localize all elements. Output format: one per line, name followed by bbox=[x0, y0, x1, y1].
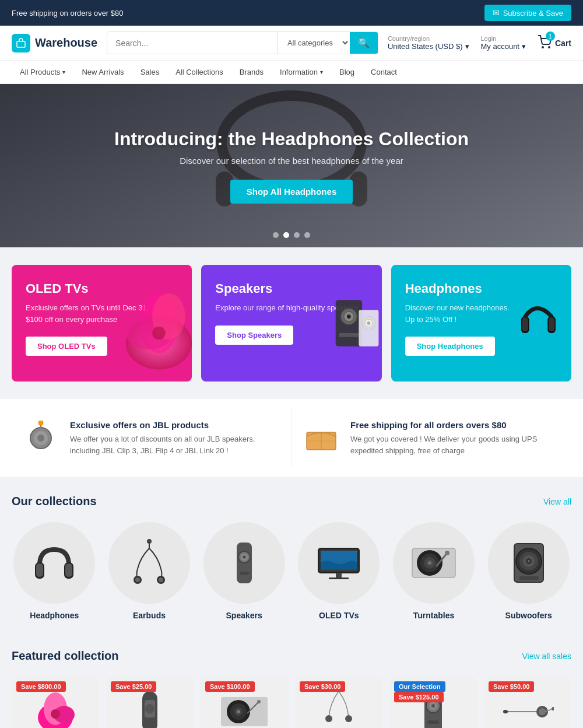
main-nav: All Products ▾ New Arrivals Sales All Co… bbox=[0, 61, 583, 84]
svg-point-11 bbox=[152, 327, 166, 340]
svg-rect-23 bbox=[522, 317, 528, 331]
search-category-select[interactable]: All categories bbox=[278, 32, 350, 54]
hero-cta-button[interactable]: Shop All Headphones bbox=[230, 180, 353, 204]
chevron-down-icon: ▾ bbox=[465, 42, 469, 51]
chevron-down-icon: ▾ bbox=[62, 69, 65, 75]
nav-item-sales[interactable]: Sales bbox=[132, 61, 168, 83]
product-badge-2: Save $25.00 bbox=[111, 681, 156, 692]
hero-content: Introducing: the Headphones Collection D… bbox=[114, 128, 469, 204]
promo-card-oled: OLED TVs Exclusive offers on TVs until D… bbox=[12, 265, 192, 382]
hero-title: Introducing: the Headphones Collection bbox=[114, 128, 469, 150]
svg-point-74 bbox=[145, 704, 154, 713]
product-card-2[interactable]: Save $25.00 bbox=[106, 677, 194, 728]
search-button[interactable]: 🔍 bbox=[350, 32, 378, 54]
hero-dot-4[interactable] bbox=[304, 232, 310, 238]
svg-point-93 bbox=[539, 708, 546, 715]
promo-speakers-button[interactable]: Shop Speakers bbox=[215, 326, 293, 345]
nav-item-new-arrivals[interactable]: New Arrivals bbox=[73, 61, 132, 83]
chevron-down-icon: ▾ bbox=[522, 42, 526, 51]
hero-banner: Introducing: the Headphones Collection D… bbox=[0, 84, 583, 247]
email-icon: ✉ bbox=[493, 8, 500, 18]
collections-title: Our collections bbox=[12, 495, 97, 508]
svg-point-1 bbox=[542, 47, 543, 48]
nav-item-brands[interactable]: Brands bbox=[231, 61, 272, 83]
svg-rect-35 bbox=[36, 564, 43, 577]
promo-card-headphones: Headphones Discover our new headphones.U… bbox=[391, 265, 571, 382]
product-card-3[interactable]: Save $100.00 bbox=[201, 677, 288, 728]
svg-rect-46 bbox=[240, 572, 249, 575]
svg-point-89 bbox=[431, 704, 435, 708]
nav-item-all-products[interactable]: All Products ▾ bbox=[12, 61, 73, 83]
nav-item-information[interactable]: Information ▾ bbox=[272, 61, 331, 83]
collection-circle-earbuds bbox=[108, 522, 190, 604]
collection-label-earbuds: Earbuds bbox=[133, 611, 166, 620]
collection-item-oled-tvs[interactable]: OLED TVs bbox=[296, 522, 382, 620]
svg-rect-90 bbox=[427, 720, 439, 724]
product-card-1[interactable]: Save $800.00 bbox=[12, 677, 99, 728]
nav-item-all-collections[interactable]: All Collections bbox=[167, 61, 231, 83]
svg-point-15 bbox=[347, 314, 351, 318]
product-img-2: Save $25.00 bbox=[106, 677, 194, 728]
hero-subtitle: Discover our selection of the best headp… bbox=[114, 156, 469, 166]
top-bar: Free shipping on orders over $80 ✉ Subsc… bbox=[0, 0, 583, 26]
promo-oled-image bbox=[93, 265, 192, 382]
hero-dot-2[interactable] bbox=[283, 232, 289, 238]
search-input[interactable] bbox=[107, 32, 278, 54]
logo-icon bbox=[12, 34, 30, 52]
svg-point-2 bbox=[549, 47, 550, 48]
country-selector[interactable]: Country/region United States (USD $) ▾ bbox=[388, 35, 469, 51]
collection-label-turntables: Turntables bbox=[413, 611, 455, 620]
svg-rect-0 bbox=[17, 41, 25, 47]
hero-dot-3[interactable] bbox=[294, 232, 300, 238]
collection-item-turntables[interactable]: Turntables bbox=[391, 522, 477, 620]
info-shipping-title: Free shipping for all orders overs $80 bbox=[350, 420, 560, 430]
product-card-4[interactable]: Save $30.00 bbox=[295, 677, 382, 728]
svg-rect-24 bbox=[549, 317, 554, 331]
nav-item-contact[interactable]: Contact bbox=[363, 61, 405, 83]
collection-item-speakers[interactable]: Speakers bbox=[201, 522, 287, 620]
svg-point-39 bbox=[135, 578, 140, 582]
svg-rect-67 bbox=[519, 576, 539, 580]
collection-circle-subwoofers bbox=[488, 522, 570, 604]
collection-item-headphones[interactable]: Headphones bbox=[12, 522, 97, 620]
product-badge-5a: Our Selection bbox=[394, 681, 445, 692]
info-card-shipping: Free shipping for all orders overs $80 W… bbox=[292, 408, 571, 468]
svg-point-41 bbox=[147, 539, 152, 544]
svg-point-79 bbox=[237, 710, 240, 713]
svg-point-58 bbox=[429, 562, 431, 564]
featured-header: Featured collection View all sales bbox=[12, 649, 571, 663]
collections-grid: Headphones Earbuds bbox=[12, 522, 571, 620]
product-card-5[interactable]: Our Selection Save $125.00 bbox=[389, 677, 477, 728]
jbl-icon bbox=[23, 421, 58, 456]
svg-rect-16 bbox=[339, 333, 359, 337]
product-badge-4: Save $30.00 bbox=[300, 681, 345, 692]
cart-icon-wrap: 1 bbox=[538, 35, 552, 51]
featured-title: Featured collection bbox=[12, 649, 118, 663]
nav-item-blog[interactable]: Blog bbox=[331, 61, 363, 83]
svg-point-66 bbox=[528, 560, 530, 562]
login-info[interactable]: Login My account ▾ bbox=[481, 35, 526, 51]
collections-view-all[interactable]: View all bbox=[543, 497, 571, 506]
svg-point-45 bbox=[243, 556, 245, 559]
promo-speakers-image bbox=[283, 265, 382, 382]
product-badge-6: Save $50.00 bbox=[489, 681, 534, 692]
svg-rect-94 bbox=[503, 710, 508, 713]
svg-point-27 bbox=[37, 435, 44, 442]
collection-item-subwoofers[interactable]: Subwoofers bbox=[486, 522, 571, 620]
svg-rect-51 bbox=[336, 573, 342, 578]
logo[interactable]: Warehouse bbox=[12, 34, 97, 52]
product-img-5: Our Selection Save $125.00 bbox=[389, 677, 477, 728]
collection-circle-headphones bbox=[13, 522, 95, 604]
search-bar: All categories 🔍 bbox=[107, 32, 378, 54]
subscribe-button[interactable]: ✉ Subscribe & Save bbox=[484, 5, 571, 21]
featured-grid: Save $800.00 Save $25.00 bbox=[12, 677, 571, 728]
collection-circle-speakers bbox=[203, 522, 285, 604]
collection-item-earbuds[interactable]: Earbuds bbox=[107, 522, 192, 620]
cart-badge: 1 bbox=[546, 32, 555, 41]
svg-point-40 bbox=[159, 578, 163, 582]
product-img-6: Save $50.00 bbox=[484, 677, 571, 728]
featured-view-all[interactable]: View all sales bbox=[522, 652, 571, 661]
cart-button[interactable]: 1 Cart bbox=[538, 35, 571, 51]
hero-dot-1[interactable] bbox=[273, 232, 279, 238]
product-card-6[interactable]: Save $50.00 bbox=[484, 677, 571, 728]
